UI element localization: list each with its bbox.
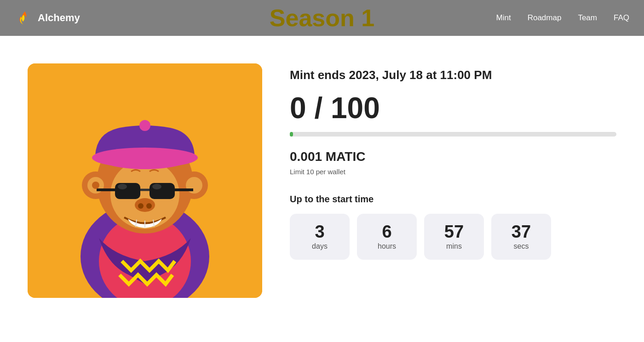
days-unit: days — [312, 242, 328, 251]
mins-value: 57 — [444, 223, 464, 240]
logo-area: Alchemy — [15, 9, 80, 27]
svg-point-20 — [135, 198, 155, 212]
nav-mint[interactable]: Mint — [496, 13, 511, 23]
mint-ends-text: Mint ends 2023, July 18 at 11:00 PM — [290, 68, 616, 82]
hours-unit: hours — [378, 242, 396, 251]
price-text: 0.001 MATIC — [290, 149, 616, 164]
svg-point-26 — [92, 182, 99, 189]
nav-faq[interactable]: FAQ — [614, 13, 629, 23]
main-nav: Mint Roadmap Team FAQ — [496, 13, 629, 23]
svg-point-21 — [138, 203, 144, 209]
secs-unit: secs — [514, 242, 529, 251]
secs-value: 37 — [512, 223, 531, 240]
svg-point-16 — [118, 184, 127, 189]
limit-text: Limit 10 per wallet — [290, 168, 616, 176]
countdown-secs: 37 secs — [491, 214, 551, 260]
logo-text: Alchemy — [38, 12, 80, 24]
nav-team[interactable]: Team — [578, 13, 597, 23]
svg-point-12 — [139, 120, 150, 131]
countdown-days: 3 days — [290, 214, 350, 260]
nft-image — [28, 63, 262, 298]
mins-unit: mins — [446, 242, 462, 251]
svg-point-17 — [152, 184, 161, 189]
countdown-mins: 57 mins — [424, 214, 484, 260]
main-content: Mint ends 2023, July 18 at 11:00 PM 0 / … — [0, 36, 644, 325]
countdown-hours: 6 hours — [357, 214, 417, 260]
right-panel: Mint ends 2023, July 18 at 11:00 PM 0 / … — [290, 63, 616, 260]
hours-value: 6 — [382, 223, 391, 240]
svg-point-22 — [146, 203, 152, 209]
flame-icon — [15, 9, 33, 27]
nav-roadmap[interactable]: Roadmap — [528, 13, 562, 23]
svg-point-11 — [92, 148, 198, 168]
page-title: Season 1 — [270, 4, 374, 32]
progress-bar-container — [290, 132, 616, 137]
countdown-label: Up to the start time — [290, 194, 616, 205]
mint-counter: 0 / 100 — [290, 93, 616, 123]
days-value: 3 — [315, 223, 324, 240]
countdown-boxes: 3 days 6 hours 57 mins 37 secs — [290, 214, 616, 260]
progress-bar-fill — [290, 132, 293, 137]
